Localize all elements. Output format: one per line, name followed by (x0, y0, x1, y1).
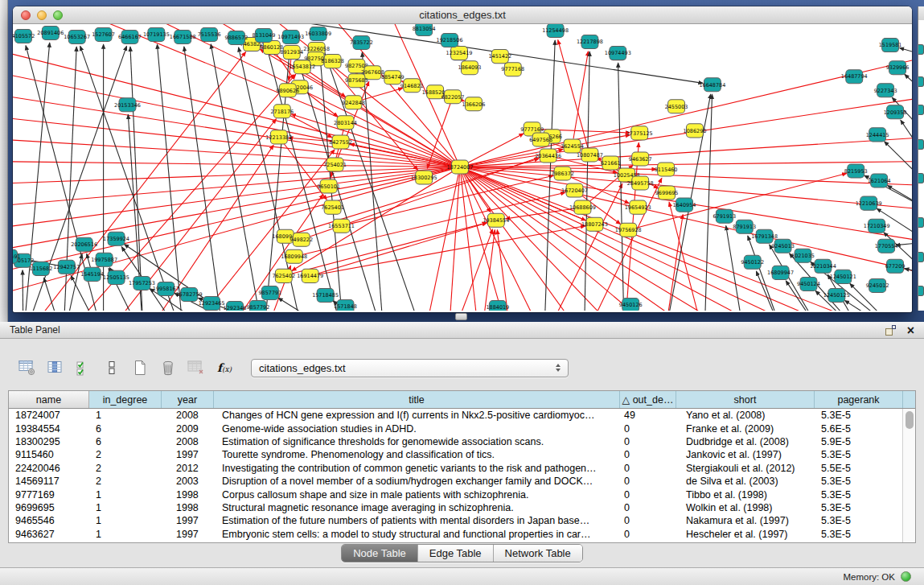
function-builder-icon[interactable]: f (x) (211, 356, 237, 379)
graph-node[interactable]: 9699695 (655, 186, 679, 200)
column-header-out_degree[interactable]: △ out_de… (620, 391, 676, 408)
graph-node[interactable]: 1021035 (791, 249, 815, 262)
tab-edge-table[interactable]: Edge Table (418, 545, 494, 562)
graph-node[interactable]: 8131049 (252, 29, 275, 43)
graph-node[interactable]: 8912934 (280, 46, 303, 60)
graph-node[interactable]: 16033809 (305, 27, 331, 41)
graph-node[interactable]: 7625401 (321, 200, 344, 214)
table-vertical-scrollbar[interactable] (902, 409, 915, 542)
graph-node[interactable]: 2718176 (270, 105, 294, 118)
graph-node[interactable]: 9886572 (225, 31, 248, 45)
column-header-in_degree[interactable]: in_degree (89, 391, 162, 408)
close-panel-icon[interactable]: × (907, 325, 914, 336)
select-rows-icon[interactable] (71, 356, 97, 379)
column-header-name[interactable]: name (9, 391, 89, 408)
table-row[interactable]: 946554611997Estimation of the future num… (9, 514, 915, 527)
graph-node[interactable]: 1571848 (334, 299, 357, 311)
graph-node[interactable]: 11254498 (542, 24, 569, 38)
graph-node[interactable]: 19975887 (91, 253, 117, 266)
table-row[interactable]: 1830029562008Estimation of significance … (9, 435, 915, 448)
graph-node[interactable]: 8186328 (321, 55, 344, 68)
tab-network-table[interactable]: Network Table (494, 545, 582, 562)
graph-node[interactable]: 12923465 (199, 296, 225, 310)
graph-node[interactable]: 10974493 (605, 47, 631, 60)
row-height-icon[interactable] (99, 356, 125, 379)
close-window-button[interactable] (21, 10, 31, 20)
graph-node[interactable]: 9450122 (741, 255, 764, 269)
graph-node[interactable]: 8427552 (329, 135, 352, 149)
graph-node[interactable]: 9115460 (655, 163, 678, 176)
graph-node[interactable]: 16809947 (767, 266, 794, 279)
graph-node[interactable]: 7625402 (272, 269, 295, 282)
graph-node[interactable]: 9463627 (629, 152, 652, 166)
graph-node[interactable]: 4105572 (13, 30, 35, 43)
graph-node[interactable]: 12450121 (830, 270, 856, 283)
graph-node[interactable]: 1209358 (884, 105, 907, 119)
graph-node[interactable]: 9245013 (771, 239, 795, 253)
table-row[interactable]: 1872400712008Changes of HCN gene express… (9, 409, 915, 422)
table-selector-dropdown[interactable]: citations_edges.txt (251, 359, 569, 377)
graph-node[interactable]: 9890626 (276, 84, 299, 97)
graph-node[interactable]: 9857791 (258, 286, 281, 299)
graph-node[interactable]: 6466167 (118, 31, 142, 44)
graph-node[interactable]: 6497568 (529, 133, 552, 146)
graph-node[interactable]: 8215953 (844, 164, 868, 178)
graph-node[interactable]: 7986372 (551, 167, 574, 180)
delete-column-icon[interactable] (155, 356, 181, 379)
network-canvas[interactable]: 1872400774638228860128891293423226058982… (13, 24, 912, 311)
graph-node[interactable]: 1864093 (458, 61, 482, 75)
graph-node[interactable]: 9777168 (501, 63, 524, 76)
zoom-window-button[interactable] (53, 10, 63, 20)
graph-node[interactable]: 16791348 (751, 229, 778, 243)
graph-node[interactable]: 6822057 (441, 90, 465, 104)
graph-node[interactable]: 9329966 (886, 61, 910, 75)
graph-node[interactable]: 1640954 (673, 198, 696, 212)
graph-node[interactable]: 9857792 (247, 300, 270, 311)
window-resize-notch[interactable] (455, 313, 467, 320)
graph-node[interactable]: 16809948 (281, 249, 307, 263)
column-header-short[interactable]: short (676, 391, 815, 408)
graph-node[interactable]: 15718485 (312, 288, 339, 302)
graph-node[interactable]: 9450126 (619, 298, 643, 311)
graph-node[interactable]: 19218506 (437, 34, 463, 47)
table-row[interactable]: 1938455462009Genome-wide association stu… (9, 422, 915, 435)
column-header-year[interactable]: year (162, 391, 214, 408)
graph-node[interactable]: 3624554 (561, 139, 584, 153)
graph-node[interactable]: 9227343 (874, 84, 897, 97)
scrollbar-thumb[interactable] (906, 411, 914, 429)
tab-node-table[interactable]: Node Table (342, 545, 418, 562)
graph-node[interactable]: 9875685 (345, 74, 368, 88)
table-row[interactable]: 2242004622012Investigating the contribut… (9, 462, 915, 475)
graph-node[interactable]: 19654923 (625, 200, 651, 214)
table-row[interactable]: 969969511998Structural magnetic resonanc… (9, 501, 915, 514)
graph-node[interactable]: 9450124 (797, 277, 820, 290)
network-window-titlebar[interactable]: citations_edges.txt (13, 6, 912, 24)
graph-node[interactable]: 9146821 (400, 79, 424, 93)
graph-node[interactable]: 16648784 (699, 78, 725, 92)
table-row[interactable]: 977716911998Corpus callosum shape and si… (9, 488, 915, 501)
graph-node[interactable]: 12217898 (577, 35, 603, 49)
graph-node[interactable]: 1366206 (462, 97, 486, 111)
graph-node[interactable]: 20153346 (114, 98, 141, 112)
graph-node[interactable]: 1621064 (868, 174, 891, 187)
graph-node[interactable]: 9245012 (866, 278, 889, 292)
graph-node[interactable]: 1115682 (29, 262, 52, 275)
graph-node[interactable]: 1292346 (224, 301, 247, 311)
float-panel-icon[interactable] (885, 325, 896, 336)
graph-node[interactable]: 20206516 (71, 237, 97, 251)
graph-node[interactable]: 12210639 (856, 196, 882, 210)
graph-node[interactable]: 1884019 (486, 300, 509, 311)
graph-node[interactable]: 1451422 (488, 50, 511, 64)
graph-node[interactable]: 2803144 (334, 116, 357, 130)
table-row[interactable]: 1456911722003Disruption of a novel membe… (9, 475, 915, 488)
table-row[interactable]: 946362711997Embryonic stem cells: a mode… (9, 528, 915, 541)
graph-node[interactable]: 16671588 (170, 31, 196, 44)
graph-node[interactable]: 8791913 (733, 220, 756, 233)
graph-node[interactable]: 17210349 (864, 219, 890, 233)
graph-node[interactable]: 20891406 (37, 27, 64, 40)
graph-node[interactable]: 12942757 (53, 260, 80, 274)
network-graph[interactable]: 1872400774638228860128891293423226058982… (13, 24, 912, 311)
graph-node[interactable]: 10210344 (810, 259, 836, 273)
graph-node[interactable]: 1545194 (80, 267, 104, 281)
graph-node[interactable]: 8813054 (413, 24, 436, 36)
